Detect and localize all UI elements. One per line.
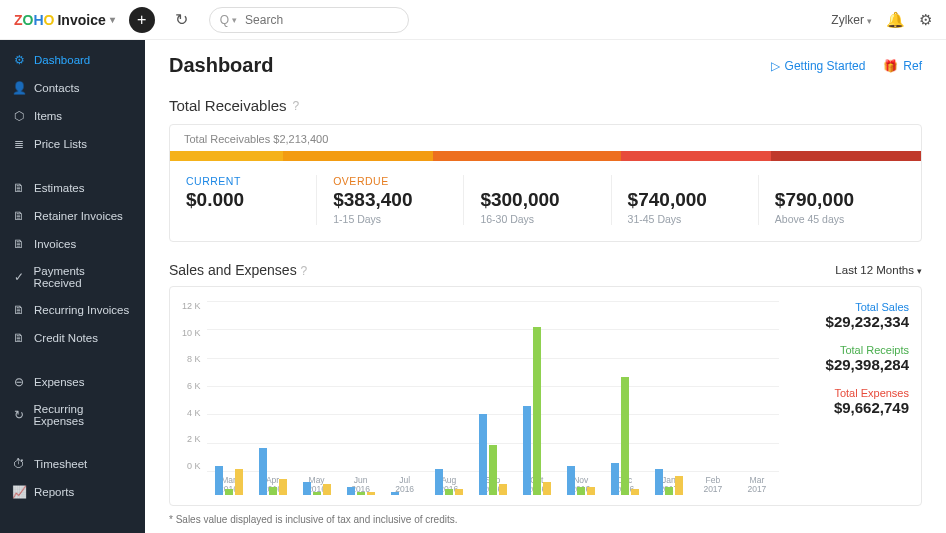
sidebar-icon: ⊖ — [12, 375, 26, 389]
bar-expenses — [455, 489, 463, 494]
sidebar-item-label: Invoices — [34, 238, 76, 250]
sidebar-item-timesheet[interactable]: ⏱Timesheet — [0, 450, 145, 478]
org-switcher[interactable]: Zylker▾ — [831, 13, 872, 27]
sales-expenses-chart: 12 K10 K8 K6 K4 K2 K0 K Mar2016Apr2016Ma… — [182, 301, 779, 495]
bucket-value: $383,400 — [333, 189, 463, 211]
sidebar-item-estimates[interactable]: 🗎Estimates — [0, 174, 145, 202]
sales-expenses-card: 12 K10 K8 K6 K4 K2 K0 K Mar2016Apr2016Ma… — [169, 286, 922, 506]
sidebar-item-recurring-expenses[interactable]: ↻Recurring Expenses — [0, 396, 145, 434]
sidebar-item-invoices[interactable]: 🗎Invoices — [0, 230, 145, 258]
sidebar-item-label: Dashboard — [34, 54, 90, 66]
sidebar-item-label: Reports — [34, 486, 74, 498]
sidebar-item-expenses[interactable]: ⊖Expenses — [0, 368, 145, 396]
main-content: Dashboard ▷ Getting Started 🎁 Ref Total … — [145, 40, 946, 533]
total-receipts-value: $29,398,284 — [789, 356, 909, 373]
sidebar-item-retainer-invoices[interactable]: 🗎Retainer Invoices — [0, 202, 145, 230]
sidebar-icon: 🗎 — [12, 303, 26, 317]
total-receipts-label: Total Receipts — [789, 344, 909, 356]
bar-sales — [567, 466, 575, 495]
bar-expenses — [499, 484, 507, 494]
bar-receipts — [665, 487, 673, 495]
bucket-label: OVERDUE — [333, 175, 463, 187]
gift-icon: 🎁 — [883, 59, 898, 73]
bar-group — [471, 414, 515, 495]
date-range-selector[interactable]: Last 12 Months▾ — [835, 264, 922, 276]
sidebar-icon: ⬡ — [12, 109, 26, 123]
search-input[interactable] — [245, 13, 398, 27]
sidebar-item-items[interactable]: ⬡Items — [0, 102, 145, 130]
receivables-bucket: $790,000Above 45 days — [758, 175, 905, 225]
app-logo[interactable]: ZOHO Invoice ▾ — [14, 12, 115, 28]
page-title: Dashboard — [169, 54, 273, 77]
chevron-down-icon: ▾ — [110, 14, 115, 25]
bar-group — [515, 327, 559, 494]
total-expenses-label: Total Expenses — [789, 387, 909, 399]
sidebar-item-label: Contacts — [34, 82, 79, 94]
bar-expenses — [279, 479, 287, 495]
sidebar-item-label: Recurring Invoices — [34, 304, 129, 316]
receivables-buckets: CURRENT$0.000OVERDUE$383,4001-15 Days $3… — [170, 161, 921, 241]
sidebar-item-recurring-invoices[interactable]: 🗎Recurring Invoices — [0, 296, 145, 324]
play-circle-icon: ▷ — [771, 59, 780, 73]
settings-icon[interactable]: ⚙ — [919, 11, 932, 29]
bar-expenses — [235, 469, 243, 495]
chevron-down-icon: ▾ — [917, 266, 922, 276]
notifications-icon[interactable]: 🔔 — [886, 11, 905, 29]
getting-started-link[interactable]: ▷ Getting Started — [771, 59, 866, 73]
global-search[interactable]: Q▾ — [209, 7, 409, 33]
sidebar-icon: 👤 — [12, 81, 26, 95]
bar-sales — [479, 414, 487, 495]
help-icon[interactable]: ? — [293, 99, 300, 113]
bucket-value: $740,000 — [628, 189, 758, 211]
bar-expenses — [367, 492, 375, 495]
sidebar-icon: ✓ — [12, 270, 26, 284]
bar-receipts — [225, 489, 233, 494]
bar-group — [339, 487, 383, 495]
recent-activity-button[interactable]: ↻ — [169, 7, 195, 33]
chevron-down-icon: ▾ — [232, 15, 237, 25]
bar-receipts — [445, 489, 453, 494]
sidebar-icon: 🗎 — [12, 237, 26, 251]
bar-sales — [435, 469, 443, 495]
product-name: Invoice — [57, 12, 105, 28]
sidebar-icon: 📈 — [12, 485, 26, 499]
sidebar-item-label: Timesheet — [34, 458, 87, 470]
receivables-heading: Total Receivables ? — [169, 97, 922, 114]
sidebar-item-reports[interactable]: 📈Reports — [0, 478, 145, 506]
sidebar-item-label: Credit Notes — [34, 332, 98, 344]
sidebar-item-payments-received[interactable]: ✓Payments Received — [0, 258, 145, 296]
bar-group — [559, 466, 603, 495]
sidebar-item-credit-notes[interactable]: 🗎Credit Notes — [0, 324, 145, 352]
bar-sales — [303, 482, 311, 495]
bar-receipts — [313, 492, 321, 495]
receivables-bucket: $740,00031-45 Days — [611, 175, 758, 225]
sidebar-icon: 🗎 — [12, 331, 26, 345]
bucket-sublabel: 1-15 Days — [333, 213, 463, 225]
bar-expenses — [587, 487, 595, 495]
bar-group — [647, 469, 691, 495]
title-bar: Dashboard ▷ Getting Started 🎁 Ref — [169, 54, 922, 77]
chart-y-axis: 12 K10 K8 K6 K4 K2 K0 K — [182, 301, 207, 471]
bar-receipts — [489, 445, 497, 495]
bucket-sublabel: 16-30 Days — [480, 213, 610, 225]
top-bar: ZOHO Invoice ▾ + ↻ Q▾ Zylker▾ 🔔 ⚙ — [0, 0, 946, 40]
refer-link[interactable]: 🎁 Ref — [883, 59, 922, 73]
bar-sales — [347, 487, 355, 495]
sidebar-item-price-lists[interactable]: ≣Price Lists — [0, 130, 145, 158]
search-icon: Q — [220, 13, 229, 27]
bar-group — [383, 492, 427, 495]
receivables-bucket: $300,00016-30 Days — [463, 175, 610, 225]
sidebar-item-dashboard[interactable]: ⚙Dashboard — [0, 46, 145, 74]
sidebar-item-label: Retainer Invoices — [34, 210, 123, 222]
sidebar: ⚙Dashboard👤Contacts⬡Items≣Price Lists🗎Es… — [0, 40, 145, 533]
bar-group — [251, 448, 295, 495]
sidebar-icon: 🗎 — [12, 181, 26, 195]
sidebar-icon: 🗎 — [12, 209, 26, 223]
chevron-down-icon: ▾ — [867, 16, 872, 26]
help-icon[interactable]: ? — [301, 264, 308, 278]
quick-create-button[interactable]: + — [129, 7, 155, 33]
bar-receipts — [621, 377, 629, 495]
sidebar-item-contacts[interactable]: 👤Contacts — [0, 74, 145, 102]
bucket-sublabel: 31-45 Days — [628, 213, 758, 225]
bar-receipts — [357, 492, 365, 495]
